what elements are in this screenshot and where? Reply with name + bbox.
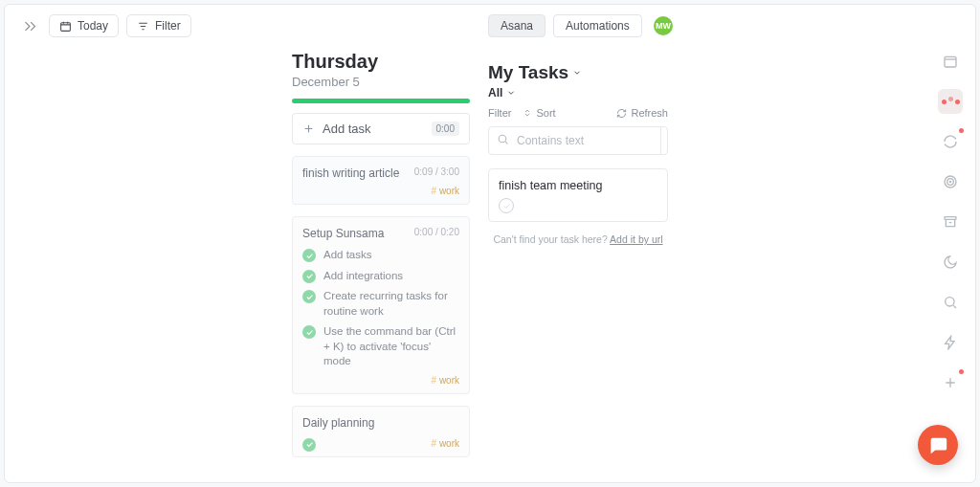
- filter-icon: [137, 20, 149, 33]
- day-column: Thursday December 5 Add task 0:00 finish…: [292, 51, 470, 457]
- notification-dot: [959, 128, 964, 133]
- task-title: Daily planning: [302, 416, 374, 430]
- day-title: Thursday: [292, 51, 470, 73]
- subtask-label: Add integrations: [323, 269, 403, 284]
- chevron-down-icon[interactable]: [572, 68, 582, 77]
- sync-icon: [943, 134, 958, 149]
- task-channel: work: [432, 438, 459, 449]
- task-card[interactable]: finish writing article 0:09 / 3:00 work: [292, 156, 470, 205]
- bolt-icon: [943, 335, 958, 350]
- calendar-icon: [943, 54, 958, 69]
- task-card[interactable]: Daily planning work: [292, 406, 470, 457]
- subtask-label: Add tasks: [323, 248, 372, 263]
- tab-automations[interactable]: Automations: [553, 14, 642, 37]
- chat-icon: [927, 434, 948, 455]
- rail-asana-button[interactable]: [938, 89, 963, 114]
- subtask[interactable]: Add integrations: [302, 269, 459, 284]
- check-icon: [302, 249, 316, 262]
- task-time: 0:00 / 0:20: [414, 227, 459, 237]
- add-task-label: Add task: [323, 122, 371, 136]
- rail-archive-button[interactable]: [938, 210, 963, 234]
- panel-sort-label: Sort: [536, 107, 555, 119]
- external-task-card[interactable]: finish team meeting: [488, 168, 668, 222]
- moon-icon: [943, 255, 958, 270]
- task-title: Setup Sunsama: [302, 227, 384, 240]
- task-card[interactable]: Setup Sunsama 0:00 / 0:20 Add tasks Add …: [292, 216, 470, 394]
- rail-add-button[interactable]: [938, 370, 963, 395]
- refresh-icon: [616, 108, 627, 119]
- day-date: December 5: [292, 75, 470, 89]
- reset-button[interactable]: reset: [660, 127, 668, 154]
- plus-icon: [302, 122, 315, 135]
- check-icon: [302, 438, 316, 452]
- task-channel: work: [432, 186, 459, 196]
- chevron-down-icon[interactable]: [506, 88, 516, 98]
- sort-icon: [523, 108, 532, 118]
- check-icon: [302, 325, 316, 339]
- subtask-label: Use the command bar (Ctrl + K) to activa…: [323, 324, 459, 369]
- add-by-url-link[interactable]: Add it by url: [610, 233, 662, 245]
- notification-dot: [959, 369, 964, 374]
- subtask-label: Create recurring tasks for routine work: [323, 289, 459, 319]
- external-task-check[interactable]: [499, 198, 514, 213]
- svg-rect-6: [945, 217, 956, 220]
- asana-icon: [942, 100, 960, 104]
- subtask[interactable]: Use the command bar (Ctrl + K) to activa…: [302, 324, 459, 369]
- target-icon: [943, 174, 958, 189]
- search-row: reset: [488, 126, 668, 155]
- svg-rect-0: [61, 22, 71, 31]
- svg-point-5: [949, 181, 950, 182]
- external-task-title: finish team meeting: [499, 179, 657, 192]
- refresh-button[interactable]: Refresh: [616, 107, 668, 119]
- today-label: Today: [78, 19, 108, 33]
- task-channel: work: [432, 375, 459, 386]
- search-input[interactable]: [517, 127, 660, 154]
- panel-title: My Tasks: [488, 62, 568, 83]
- hint-prefix: Can't find your task here?: [493, 233, 610, 245]
- rail-sync-button[interactable]: [938, 129, 963, 154]
- subtask[interactable]: Add tasks: [302, 248, 459, 263]
- rail-calendar-button[interactable]: [938, 49, 963, 74]
- today-button[interactable]: Today: [49, 14, 119, 37]
- panel-sort[interactable]: Sort: [523, 107, 555, 119]
- svg-point-1: [499, 135, 506, 143]
- add-task-button[interactable]: Add task 0:00: [292, 113, 470, 144]
- refresh-label: Refresh: [631, 107, 668, 119]
- integration-rail: [935, 49, 966, 395]
- rail-bolt-button[interactable]: [938, 330, 963, 355]
- integration-panel: Asana Automations My Tasks All Filter So…: [488, 14, 668, 245]
- hint-text: Can't find your task here? Add it by url: [488, 233, 668, 245]
- archive-icon: [943, 214, 958, 230]
- task-time: 0:09 / 3:00: [414, 166, 459, 177]
- check-icon: [302, 270, 316, 283]
- panel-scope[interactable]: All: [488, 86, 502, 100]
- day-progress-bar: [292, 99, 470, 103]
- search-icon: [489, 132, 517, 149]
- tab-asana[interactable]: Asana: [488, 14, 546, 37]
- plus-icon: [943, 375, 958, 390]
- rail-moon-button[interactable]: [938, 250, 963, 275]
- svg-point-7: [946, 298, 954, 306]
- svg-rect-2: [945, 56, 956, 67]
- add-task-time: 0:00: [432, 122, 459, 136]
- filter-button[interactable]: Filter: [126, 14, 191, 37]
- rail-target-button[interactable]: [938, 169, 963, 194]
- panel-filter[interactable]: Filter: [488, 107, 511, 119]
- chat-fab[interactable]: [918, 425, 958, 465]
- rail-search-button[interactable]: [938, 290, 963, 315]
- search-icon: [943, 295, 958, 310]
- check-icon: [302, 290, 316, 303]
- subtask[interactable]: Create recurring tasks for routine work: [302, 289, 459, 319]
- avatar[interactable]: MW: [654, 16, 673, 35]
- filter-label: Filter: [155, 19, 181, 33]
- calendar-icon: [59, 20, 72, 33]
- expand-sidebar-button[interactable]: [18, 14, 41, 37]
- task-title: finish writing article: [302, 166, 399, 180]
